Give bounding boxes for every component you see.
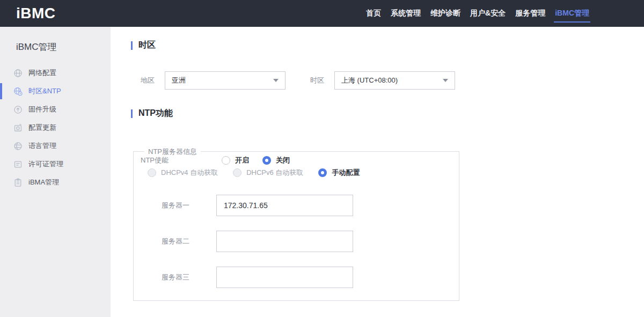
sidebar-item-label: 配置更新 bbox=[28, 123, 56, 132]
server-one-label: 服务器一 bbox=[162, 201, 216, 210]
nav-item-home[interactable]: 首页 bbox=[365, 0, 382, 27]
sidebar-title: iBMC管理 bbox=[16, 41, 111, 53]
region-label: 地区 bbox=[141, 76, 165, 85]
sidebar-item-label: 时区&NTP bbox=[28, 86, 61, 96]
sidebar-item-timezone-ntp[interactable]: 时区&NTP bbox=[0, 82, 111, 100]
sidebar-item-label: 网络配置 bbox=[28, 68, 56, 78]
server-one-input[interactable] bbox=[216, 195, 353, 216]
sidebar-item-network-config[interactable]: 网络配置 bbox=[0, 64, 111, 82]
radio-circle bbox=[148, 168, 156, 177]
server-two-input[interactable] bbox=[216, 231, 353, 252]
globe-icon bbox=[13, 69, 23, 78]
radio-label: DHCPv6 自动获取 bbox=[246, 168, 303, 178]
topbar: iBMC 首页 系统管理 维护诊断 用户&安全 服务管理 iBMC管理 bbox=[0, 0, 644, 27]
server-three-label: 服务器三 bbox=[162, 272, 216, 282]
server-two-row: 服务器二 bbox=[162, 231, 353, 252]
dhcpv6-auto-radio[interactable]: DHCPv6 自动获取 bbox=[233, 168, 303, 178]
sidebar-item-config-update[interactable]: 配置更新 bbox=[0, 119, 111, 137]
firmware-upgrade-icon bbox=[13, 105, 23, 114]
section-accent-bar bbox=[131, 109, 133, 118]
ntp-server-info-legend: NTP服务器信息 bbox=[144, 147, 201, 157]
sidebar: iBMC管理 网络配置 时区&NTP 固件升级 配置更新 bbox=[0, 27, 111, 317]
timezone-clock-icon bbox=[13, 87, 23, 96]
app-logo: iBMC bbox=[16, 5, 56, 22]
top-nav: 首页 系统管理 维护诊断 用户&安全 服务管理 iBMC管理 bbox=[365, 0, 590, 27]
sidebar-item-license-management[interactable]: 许可证管理 bbox=[0, 155, 111, 173]
timezone-select[interactable]: 上海 (UTC+08:00) bbox=[334, 71, 455, 90]
sidebar-item-label: 固件升级 bbox=[28, 105, 56, 114]
sidebar-item-label: 许可证管理 bbox=[28, 159, 63, 169]
timezone-section-title: 时区 bbox=[138, 40, 156, 51]
region-select-value: 亚洲 bbox=[172, 76, 186, 85]
manual-config-radio[interactable]: 手动配置 bbox=[318, 168, 360, 178]
dhcpv4-auto-radio[interactable]: DHCPv4 自动获取 bbox=[148, 168, 218, 178]
timezone-label: 时区 bbox=[310, 76, 334, 85]
timezone-form-row: 地区 亚洲 时区 上海 (UTC+08:00) bbox=[141, 71, 455, 90]
nav-item-service-management[interactable]: 服务管理 bbox=[514, 0, 546, 27]
main-content: 时区 地区 亚洲 时区 上海 (UTC+08:00) NTP功能 NTP使能 开… bbox=[111, 27, 644, 317]
sidebar-item-label: 语言管理 bbox=[28, 141, 56, 151]
section-accent-bar bbox=[131, 41, 133, 50]
radio-circle bbox=[318, 168, 327, 177]
timezone-section-header: 时区 bbox=[131, 40, 156, 51]
ibma-clipboard-icon bbox=[13, 178, 23, 187]
sidebar-menu: 网络配置 时区&NTP 固件升级 配置更新 语言管理 bbox=[0, 64, 111, 191]
nav-item-ibmc-management[interactable]: iBMC管理 bbox=[554, 0, 590, 27]
nav-item-system-management[interactable]: 系统管理 bbox=[390, 0, 422, 27]
region-select[interactable]: 亚洲 bbox=[165, 71, 286, 90]
server-three-input[interactable] bbox=[216, 267, 353, 288]
sidebar-item-firmware-upgrade[interactable]: 固件升级 bbox=[0, 100, 111, 119]
sidebar-item-ibma-management[interactable]: iBMA管理 bbox=[0, 173, 111, 191]
nav-item-maintenance-diagnostics[interactable]: 维护诊断 bbox=[429, 0, 462, 27]
timezone-select-value: 上海 (UTC+08:00) bbox=[341, 76, 398, 85]
nav-item-user-security[interactable]: 用户&安全 bbox=[469, 0, 507, 27]
server-one-row: 服务器一 bbox=[162, 195, 353, 216]
chevron-down-icon bbox=[273, 79, 279, 82]
sidebar-item-language-management[interactable]: 语言管理 bbox=[0, 137, 111, 155]
config-update-icon bbox=[13, 123, 23, 132]
radio-label: 手动配置 bbox=[332, 168, 360, 178]
ntp-section-title: NTP功能 bbox=[138, 108, 173, 119]
chevron-down-icon bbox=[443, 79, 448, 82]
sidebar-item-label: iBMA管理 bbox=[28, 178, 59, 187]
ntp-section-header: NTP功能 bbox=[131, 108, 173, 119]
radio-circle bbox=[233, 168, 241, 177]
radio-label: DHCPv4 自动获取 bbox=[161, 168, 218, 178]
server-two-label: 服务器二 bbox=[162, 237, 216, 246]
ntp-server-info-group: NTP服务器信息 DHCPv4 自动获取 DHCPv6 自动获取 手动配置 服务… bbox=[133, 151, 459, 301]
ntp-server-mode-radios: DHCPv4 自动获取 DHCPv6 自动获取 手动配置 bbox=[148, 168, 375, 178]
license-icon bbox=[13, 160, 23, 169]
language-icon bbox=[13, 142, 23, 151]
server-three-row: 服务器三 bbox=[162, 267, 353, 288]
